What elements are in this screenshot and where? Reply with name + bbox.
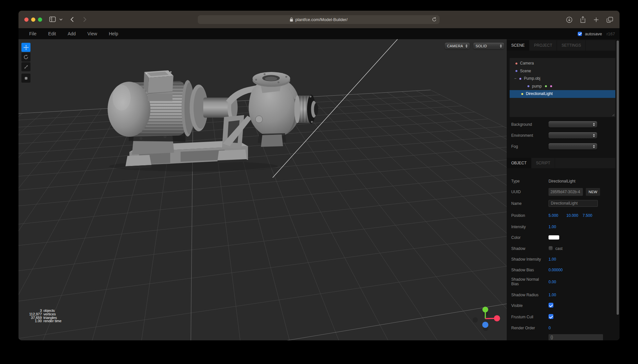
color-swatch[interactable] bbox=[549, 235, 559, 240]
y-axis-dot[interactable] bbox=[482, 307, 488, 312]
prop-user-data: {} bbox=[511, 335, 616, 340]
zoom-button[interactable] bbox=[38, 18, 42, 22]
window-controls bbox=[24, 18, 42, 22]
environment-row: Environment bbox=[511, 132, 616, 139]
axis-ghost-dot bbox=[473, 317, 478, 323]
rotate-tool-button[interactable] bbox=[21, 53, 30, 62]
sidebar-chevron-icon[interactable] bbox=[59, 18, 63, 21]
uuid-value: 285f9d47-302b-4 bbox=[549, 188, 583, 196]
viewport[interactable]: CAMERA SOLID 3objects 112,977vertices 37… bbox=[18, 39, 507, 340]
outliner-item-camera[interactable]: Camera bbox=[510, 60, 615, 67]
background-select[interactable] bbox=[549, 121, 597, 127]
share-icon[interactable] bbox=[580, 16, 586, 23]
outliner[interactable]: Camera Scene − Pump.obj pump bbox=[510, 58, 615, 117]
select-arrows-icon bbox=[500, 44, 502, 48]
shadow-bias-value[interactable]: 0.00000 bbox=[549, 268, 562, 272]
environment-select[interactable] bbox=[549, 132, 597, 138]
resize-handle-icon[interactable] bbox=[612, 114, 615, 116]
forward-icon[interactable] bbox=[83, 17, 87, 22]
outliner-item-directionallight[interactable]: DirectionalLight bbox=[510, 90, 615, 98]
tab-project[interactable]: PROJECT bbox=[529, 40, 557, 51]
position-y[interactable]: 10.000 bbox=[566, 213, 578, 218]
select-arrows-icon bbox=[466, 44, 467, 48]
shadow-normal-bias-value[interactable]: 0.00 bbox=[549, 280, 556, 284]
menu-help[interactable]: Help bbox=[109, 31, 118, 36]
outliner-item-pump[interactable]: pump bbox=[510, 83, 615, 90]
geometry-dot-icon bbox=[545, 85, 547, 87]
sidebar-toggle-icon[interactable] bbox=[49, 17, 56, 22]
rotate-icon bbox=[23, 54, 29, 60]
mesh-dot-icon bbox=[527, 85, 529, 87]
fog-row: Fog bbox=[511, 143, 616, 150]
menu-add[interactable]: Add bbox=[68, 31, 76, 36]
viewport-stats: 3objects 112,977vertices 37,659triangles… bbox=[22, 309, 62, 323]
prop-color: Color bbox=[511, 235, 616, 243]
shadow-radius-value[interactable]: 1.00 bbox=[549, 293, 556, 297]
refresh-icon[interactable] bbox=[432, 17, 437, 22]
frustum-cull-checkbox[interactable] bbox=[549, 314, 553, 319]
tab-script[interactable]: SCRIPT bbox=[531, 158, 555, 168]
camera-dot-icon bbox=[515, 63, 517, 65]
prop-frustum-cull: Frustum Cull bbox=[511, 314, 616, 322]
titlebar: plantfce.com/Model-Builder/ bbox=[18, 11, 620, 28]
prop-intensity: Intensity 1.00 bbox=[511, 224, 616, 232]
prop-shadow-intensity: Shadow Intensity 1.00 bbox=[511, 257, 616, 264]
sidebar-tabs: SCENE PROJECT SETTINGS bbox=[507, 40, 615, 51]
select-arrows-icon bbox=[593, 145, 595, 148]
material-dot-icon bbox=[550, 85, 552, 87]
intensity-value[interactable]: 1.00 bbox=[549, 225, 556, 229]
scale-tool-button[interactable] bbox=[21, 62, 30, 71]
transform-space-button[interactable] bbox=[21, 74, 30, 83]
visible-checkbox[interactable] bbox=[549, 303, 553, 308]
sidebar-scrollbar[interactable] bbox=[617, 41, 619, 315]
light-dot-icon bbox=[521, 93, 523, 95]
render-order-value[interactable]: 0 bbox=[549, 326, 551, 330]
camera-select[interactable]: CAMERA bbox=[445, 43, 470, 49]
prop-render-order: Render Order 0 bbox=[511, 325, 616, 333]
close-button[interactable] bbox=[24, 18, 29, 22]
uuid-new-button[interactable]: NEW bbox=[586, 188, 600, 196]
prop-shadow-radius: Shadow Radius 1.00 bbox=[511, 292, 616, 300]
tab-overview-icon[interactable] bbox=[607, 17, 613, 23]
user-data-textarea[interactable]: {} bbox=[549, 334, 603, 340]
toolbar-right bbox=[566, 16, 613, 23]
prop-shadow-bias: Shadow Bias 0.00000 bbox=[511, 267, 616, 275]
autosave-label: autosave bbox=[585, 31, 602, 36]
shading-select[interactable]: SOLID bbox=[473, 43, 504, 49]
collapse-icon[interactable]: − bbox=[514, 75, 519, 83]
translate-tool-button[interactable] bbox=[21, 43, 30, 52]
tab-settings[interactable]: SETTINGS bbox=[557, 40, 586, 51]
back-icon[interactable] bbox=[70, 17, 74, 22]
shadow-cast-checkbox[interactable] bbox=[549, 246, 553, 250]
name-input[interactable]: DirectionalLight bbox=[549, 200, 598, 207]
object-dot-icon bbox=[519, 78, 521, 80]
scale-icon bbox=[24, 65, 29, 69]
z-axis-dot[interactable] bbox=[482, 322, 489, 328]
prop-position: Position 5.000 10.000 7.500 bbox=[511, 213, 616, 221]
tab-object[interactable]: OBJECT bbox=[507, 158, 531, 168]
outliner-item-scene[interactable]: Scene bbox=[510, 67, 615, 75]
menu-edit[interactable]: Edit bbox=[48, 31, 56, 36]
menu-view[interactable]: View bbox=[88, 31, 97, 36]
prop-shadow-normal-bias: Shadow Normal Bias 0.00 bbox=[511, 277, 616, 285]
browser-window: plantfce.com/Model-Builder/ File Edit Ad… bbox=[18, 11, 620, 340]
prop-visible: Visible bbox=[511, 303, 616, 311]
tab-scene[interactable]: SCENE bbox=[507, 40, 529, 51]
new-tab-icon[interactable] bbox=[593, 17, 599, 23]
address-bar[interactable]: plantfce.com/Model-Builder/ bbox=[198, 15, 440, 24]
downloads-icon[interactable] bbox=[566, 17, 573, 23]
scene-dot-icon bbox=[515, 70, 517, 72]
position-z[interactable]: 7.500 bbox=[583, 213, 592, 218]
sidebar: SCENE PROJECT SETTINGS Camera Scene − Pu… bbox=[507, 39, 620, 340]
minimize-button[interactable] bbox=[31, 18, 35, 22]
prop-type: Type DirectionalLight bbox=[511, 179, 616, 186]
menu-file[interactable]: File bbox=[29, 31, 37, 36]
position-x[interactable]: 5.000 bbox=[549, 213, 558, 218]
fog-select[interactable] bbox=[549, 143, 597, 149]
shadow-intensity-value[interactable]: 1.00 bbox=[549, 257, 556, 262]
autosave-checkbox[interactable] bbox=[578, 32, 582, 36]
select-arrows-icon bbox=[593, 134, 595, 137]
viewport-toolbar bbox=[21, 43, 30, 83]
outliner-item-pump-obj[interactable]: − Pump.obj bbox=[510, 75, 615, 83]
x-axis-dot[interactable] bbox=[494, 315, 500, 322]
